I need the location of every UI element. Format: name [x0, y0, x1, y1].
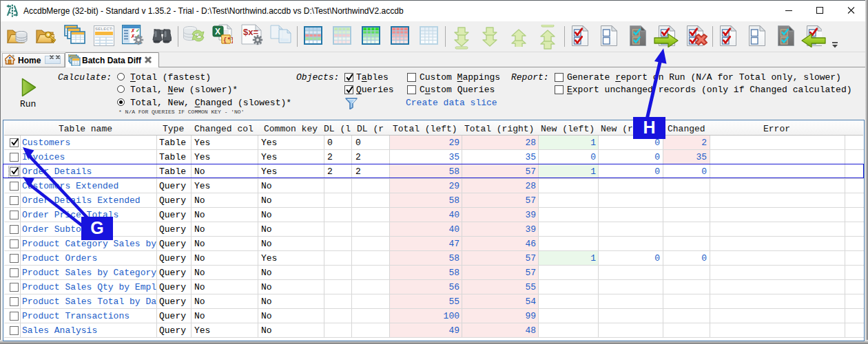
svg-text:X: X [215, 27, 220, 36]
svg-text:SELECT:: SELECT: [95, 27, 113, 31]
svg-text:✗: ✗ [131, 28, 135, 33]
svg-text:✓: ✓ [136, 28, 140, 33]
svg-text:{*}: {*} [223, 37, 233, 44]
